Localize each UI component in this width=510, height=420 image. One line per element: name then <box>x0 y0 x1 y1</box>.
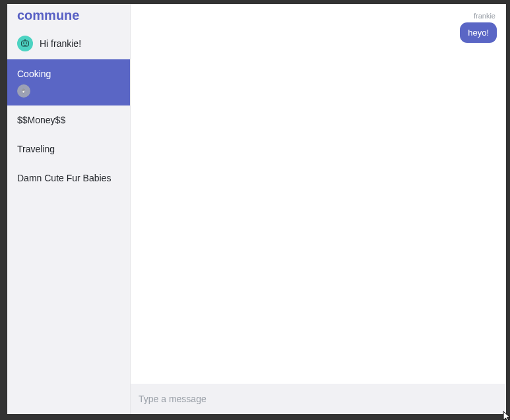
robot-face-icon <box>20 38 30 49</box>
svg-point-1 <box>23 42 24 44</box>
channel-item-fur-babies[interactable]: Damn Cute Fur Babies <box>7 164 130 193</box>
channel-members <box>17 84 120 98</box>
svg-point-2 <box>26 42 27 44</box>
channel-item-cooking[interactable]: Cooking <box>7 59 130 105</box>
chat-pane: frankie heyo! <box>131 4 506 414</box>
channel-item-traveling[interactable]: Traveling <box>7 135 130 164</box>
channel-label: Damn Cute Fur Babies <box>17 173 120 183</box>
sidebar: commune Hi frankie! Cooking <box>7 4 131 414</box>
message-bubble: heyo! <box>460 22 497 43</box>
message-list: frankie heyo! <box>131 4 506 384</box>
message-username: frankie <box>474 12 497 20</box>
compose-bar <box>131 384 506 414</box>
brand-title: commune <box>7 4 130 28</box>
direct-message-text: Hi frankie! <box>40 38 81 49</box>
app-frame: commune Hi frankie! Cooking <box>7 4 506 414</box>
channel-item-money[interactable]: $$Money$$ <box>7 105 130 135</box>
channel-label: Traveling <box>17 144 120 154</box>
svg-point-4 <box>24 39 25 40</box>
message-input[interactable] <box>139 394 498 404</box>
direct-message-item[interactable]: Hi frankie! <box>7 28 130 59</box>
hand-icon <box>20 87 28 95</box>
avatar <box>17 36 33 51</box>
avatar <box>17 84 30 98</box>
channel-label: Cooking <box>17 69 120 79</box>
channel-label: $$Money$$ <box>17 115 120 125</box>
